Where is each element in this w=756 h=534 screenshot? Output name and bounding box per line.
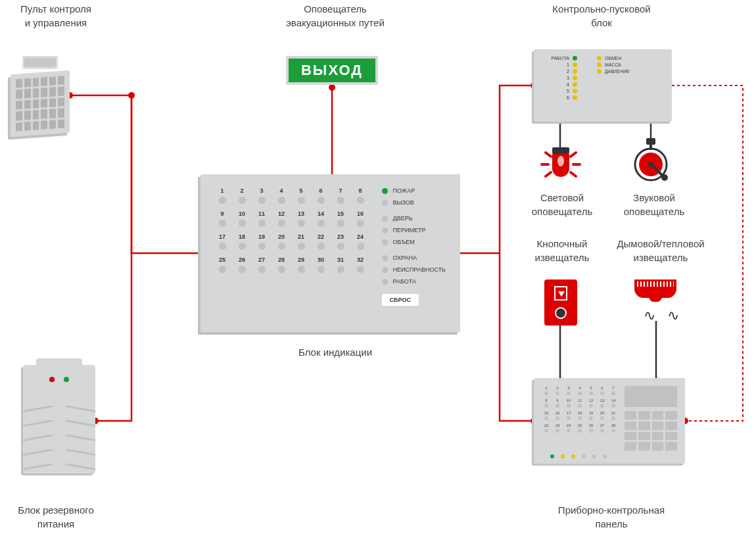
zone-cell: 11 <box>254 210 269 227</box>
zone-cell: 30 <box>314 256 328 273</box>
indication-block-device: 1234567891011121314151617181920212223242… <box>201 174 460 332</box>
led-icon <box>382 279 388 285</box>
cp-zone-cell: 11 <box>575 399 584 408</box>
svg-line-12 <box>571 172 576 176</box>
clblock-obmen: ОБМЕН <box>605 56 622 61</box>
svg-line-9 <box>546 153 551 157</box>
zone-cell: 19 <box>254 233 269 250</box>
cp-zone-cell: 24 <box>564 424 573 433</box>
cp-zone-cell: 10 <box>564 399 573 408</box>
cp-zone-cell: 15 <box>542 411 551 420</box>
cp-zone-cell: 20 <box>598 411 607 420</box>
svg-rect-13 <box>552 147 569 154</box>
zone-cell: 27 <box>254 256 269 273</box>
led-yellow-icon <box>573 62 577 67</box>
st-guard: ОХРАНА <box>393 255 417 261</box>
control-keypad-device <box>11 56 70 135</box>
label-sound-annunciator: Звуковойоповещатель <box>611 191 697 218</box>
cp-zone-cell: 7 <box>609 386 618 395</box>
led-yellow-icon <box>597 62 602 67</box>
control-panel-device: 1234567891011121314151617181920212223242… <box>534 378 685 464</box>
led-red-icon <box>49 377 55 382</box>
led-green-icon <box>550 454 554 458</box>
control-launch-block-device: РАБОТА ОБМЕН 1 МАССА 2 ДАВЛЕНИЕ 3 4 5 6 <box>534 49 672 122</box>
st-perimeter: ПЕРИМЕТР <box>393 227 426 233</box>
led-yellow-icon <box>573 82 577 87</box>
zone-cell: 13 <box>294 210 308 227</box>
label-control-launch-block: Контрольно-пусковойблок <box>529 2 674 30</box>
label-control-keypad: Пульт контроляи управления <box>0 2 112 30</box>
led-icon <box>382 239 388 245</box>
clblock-n3: 3 <box>544 76 569 80</box>
led-yellow-icon <box>571 454 575 458</box>
led-yellow-icon <box>573 69 577 74</box>
cp-zone-cell: 1 <box>542 386 551 395</box>
zone-cell: 15 <box>333 210 348 227</box>
zone-cell: 8 <box>353 187 367 204</box>
smoke-detector-icon: ∿ ∿ <box>634 279 680 332</box>
led-yellow-icon <box>561 454 565 458</box>
led-icon <box>582 454 586 458</box>
st-call: ВЫЗОВ <box>393 199 414 206</box>
led-icon <box>382 255 388 261</box>
zone-cell: 2 <box>235 187 249 204</box>
cp-zone-cell: 17 <box>564 411 573 420</box>
cp-zone-cell: 25 <box>575 424 584 433</box>
svg-point-14 <box>557 156 564 166</box>
cp-zone-cell: 6 <box>598 386 607 395</box>
led-icon <box>603 454 607 458</box>
label-button-detector: Кнопочныйизвещатель <box>519 237 605 264</box>
svg-point-1 <box>128 92 135 99</box>
led-icon <box>382 267 388 273</box>
label-control-panel: Приборно-контрольнаяпанель <box>539 503 684 531</box>
zone-cell: 14 <box>314 210 328 227</box>
clblock-n6: 6 <box>544 95 569 100</box>
svg-line-10 <box>571 153 576 157</box>
st-fault: НЕИСПРАВНОСТЬ <box>393 266 446 273</box>
led-yellow-icon <box>573 89 577 93</box>
cp-zone-cell: 2 <box>553 386 562 395</box>
zone-cell: 6 <box>314 187 328 204</box>
cp-zone-cell: 4 <box>575 386 584 395</box>
exit-sign-device: ВЫХОД <box>286 56 378 85</box>
zone-cell: 4 <box>274 187 289 204</box>
light-annunciator-icon <box>538 145 584 184</box>
zone-cell: 25 <box>215 256 229 273</box>
led-icon <box>382 200 388 206</box>
zone-cell: 29 <box>294 256 308 273</box>
led-green-icon <box>64 377 69 382</box>
cp-zone-cell: 26 <box>586 424 596 433</box>
cp-zone-cell: 3 <box>564 386 573 395</box>
st-work: РАБОТА <box>393 278 416 285</box>
panel-display-icon <box>625 386 677 407</box>
zone-cell: 10 <box>235 210 249 227</box>
led-icon <box>382 216 388 222</box>
cp-zone-cell: 19 <box>586 411 596 420</box>
svg-point-20 <box>661 174 668 181</box>
clblock-rabota: РАБОТА <box>544 56 569 61</box>
st-door: ДВЕРЬ <box>393 215 413 222</box>
reset-button[interactable]: СБРОС <box>382 294 419 306</box>
st-volume: ОБЪЕМ <box>393 239 415 245</box>
label-smoke-detector: Дымовой/тепловойизвещатель <box>611 237 710 264</box>
cp-zone-cell: 13 <box>598 399 607 408</box>
zone-cell: 20 <box>274 233 289 250</box>
zone-cell: 32 <box>353 256 367 273</box>
zone-cell: 31 <box>333 256 348 273</box>
zone-cell: 3 <box>254 187 269 204</box>
zone-cell: 7 <box>333 187 348 204</box>
clblock-davlenie: ДАВЛЕНИЕ <box>605 69 630 74</box>
led-yellow-icon <box>597 69 602 74</box>
zone-cell: 12 <box>274 210 289 227</box>
cp-zone-cell: 16 <box>553 411 562 420</box>
led-yellow-icon <box>573 95 577 100</box>
button-detector-icon <box>544 279 577 326</box>
svg-rect-15 <box>646 138 655 145</box>
led-green-icon <box>382 188 388 194</box>
clblock-n2: 2 <box>544 69 569 74</box>
backup-power-device <box>23 365 95 473</box>
zone-cell: 21 <box>294 233 308 250</box>
zone-cell: 22 <box>314 233 328 250</box>
cp-zone-cell: 5 <box>586 386 596 395</box>
led-icon <box>382 228 388 233</box>
